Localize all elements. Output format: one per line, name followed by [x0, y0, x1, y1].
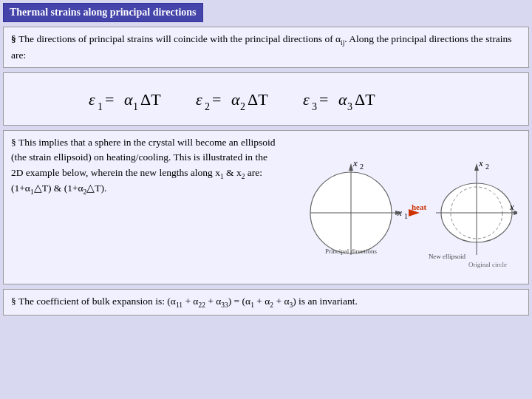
- svg-text:New ellipsoid: New ellipsoid: [429, 253, 466, 260]
- svg-text:2: 2: [205, 101, 210, 112]
- svg-text:heat: heat: [412, 202, 427, 211]
- svg-text:ΔT: ΔT: [140, 90, 161, 109]
- svg-text:3: 3: [312, 101, 317, 112]
- formula-svg: ε 1 = α 1 ΔT ε 2 = α 2 ΔT ε 3 = α 3 ΔT: [81, 79, 451, 116]
- svg-text:ΔT: ΔT: [355, 90, 375, 109]
- svg-text:1: 1: [404, 212, 408, 220]
- svg-text:ε: ε: [303, 90, 310, 109]
- svg-text:x: x: [478, 157, 483, 168]
- svg-text:3: 3: [347, 101, 352, 112]
- svg-text:2: 2: [485, 163, 489, 171]
- section1-box: The directions of principal strains will…: [3, 27, 529, 68]
- svg-text:α: α: [124, 90, 133, 109]
- svg-text:α: α: [231, 90, 240, 109]
- svg-text:α: α: [338, 90, 347, 109]
- svg-text:1: 1: [133, 101, 138, 112]
- svg-text:x: x: [509, 201, 514, 212]
- section2-text: § This implies that a sphere in the crys…: [11, 135, 277, 197]
- svg-text:=: =: [319, 90, 328, 109]
- svg-text:Original circle: Original circle: [468, 261, 507, 268]
- section2-box: § This implies that a sphere in the crys…: [3, 130, 529, 284]
- svg-text:x: x: [352, 157, 358, 168]
- svg-text:ΔT: ΔT: [248, 90, 268, 109]
- section1-text: The directions of principal strains will…: [11, 33, 511, 61]
- title-bar: Thermal strains along principal directio…: [3, 3, 203, 22]
- svg-text:=: =: [105, 90, 114, 109]
- title-text: Thermal strains along principal directio…: [10, 7, 197, 18]
- bottom-text: § The coefficient of bulk expansion is: …: [11, 296, 358, 307]
- svg-text:2: 2: [360, 163, 364, 171]
- svg-text:=: =: [212, 90, 221, 109]
- formula-area: ε 1 = α 1 ΔT ε 2 = α 2 ΔT ε 3 = α 3 ΔT: [3, 72, 529, 126]
- svg-text:1: 1: [98, 101, 103, 112]
- svg-text:ε: ε: [196, 90, 202, 109]
- page: Thermal strains along principal directio…: [0, 0, 532, 399]
- diagram-svg: Principal directions x 1 x 2 heat: [288, 135, 517, 279]
- svg-text:2: 2: [240, 101, 245, 112]
- diagram-area: Principal directions x 1 x 2 heat: [284, 135, 521, 279]
- bottom-box: § The coefficient of bulk expansion is: …: [3, 289, 529, 316]
- svg-text:ε: ε: [89, 90, 95, 109]
